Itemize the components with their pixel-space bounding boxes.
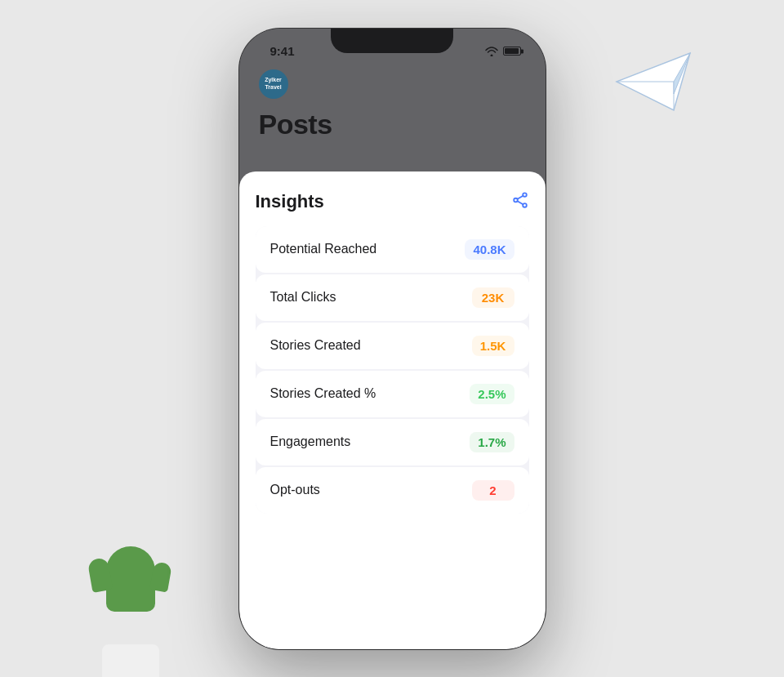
stat-label: Opt-outs — [270, 483, 320, 497]
stat-row: Opt-outs2 — [256, 467, 529, 514]
stat-label: Stories Created % — [270, 386, 376, 401]
stat-row: Stories Created %2.5% — [256, 371, 529, 417]
stat-label: Total Clicks — [270, 290, 336, 305]
app-logo: ZylkerTravel — [259, 69, 288, 99]
page-title: Posts — [259, 109, 526, 140]
stat-value: 1.7% — [470, 432, 514, 452]
cactus-decoration — [82, 530, 180, 644]
content-card: Insights Potential Reached40.8KTotal Cli… — [239, 171, 546, 649]
insights-header: Insights — [256, 191, 529, 213]
stat-value: 23K — [472, 287, 514, 308]
phone-screen: 9:41 ZylkerTravel — [239, 29, 546, 649]
stat-value: 1.5K — [472, 336, 514, 356]
stat-value: 2 — [472, 480, 514, 501]
svg-line-7 — [517, 195, 523, 198]
stat-row: Total Clicks23K — [256, 274, 529, 321]
phone-notch — [331, 29, 453, 53]
share-icon[interactable] — [511, 191, 529, 213]
status-icons — [485, 47, 521, 56]
stat-value: 40.8K — [465, 239, 514, 260]
paper-plane-decoration — [612, 49, 694, 114]
stat-row: Potential Reached40.8K — [256, 226, 529, 273]
stats-container: Potential Reached40.8KTotal Clicks23KSto… — [256, 226, 529, 514]
stat-row: Engagements1.7% — [256, 419, 529, 465]
stat-label: Potential Reached — [270, 242, 377, 256]
stat-value: 2.5% — [470, 384, 514, 404]
stat-label: Engagements — [270, 434, 351, 449]
stat-label: Stories Created — [270, 338, 361, 353]
stat-row: Stories Created1.5K — [256, 323, 529, 369]
insights-title: Insights — [256, 191, 324, 212]
phone-frame: 9:41 ZylkerTravel — [239, 29, 546, 649]
logo-text: ZylkerTravel — [265, 77, 282, 91]
status-time: 9:41 — [270, 44, 295, 58]
battery-icon — [503, 47, 521, 56]
wifi-icon — [485, 47, 498, 56]
svg-line-8 — [517, 201, 523, 204]
